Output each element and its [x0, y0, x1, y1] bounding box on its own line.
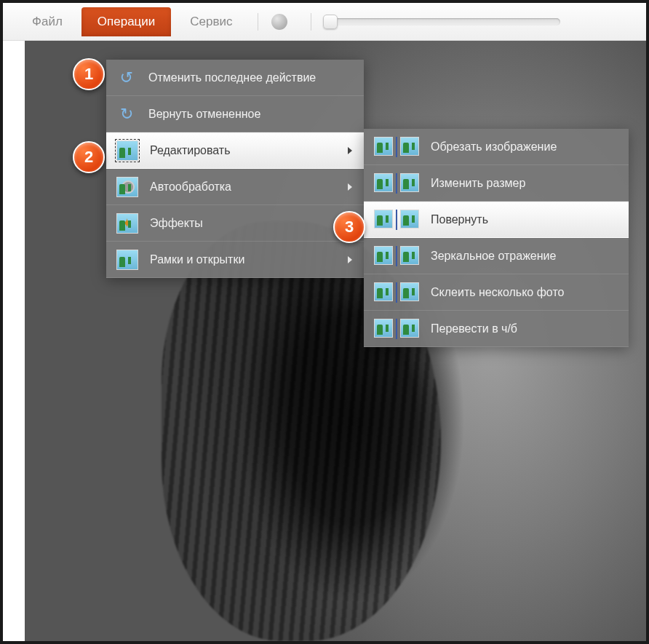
- menu-label: Зеркальное отражение: [431, 250, 556, 263]
- menu-label: Перевести в ч/б: [431, 322, 517, 335]
- menu-label: Вернуть отмененное: [148, 108, 260, 121]
- menu-edit[interactable]: Редактировать: [106, 132, 364, 169]
- merge-icon: [374, 282, 419, 303]
- submenu-rotate[interactable]: Повернуть: [364, 202, 629, 238]
- menu-undo[interactable]: ↻ Отменить последнее действие: [106, 60, 364, 96]
- app-window: Файл Операции Сервис ↻ Отменить последне…: [3, 3, 646, 641]
- slider-track[interactable]: [327, 18, 560, 25]
- menu-file[interactable]: Файл: [16, 7, 79, 36]
- submenu-resize[interactable]: Изменить размер: [364, 165, 629, 202]
- callout-1: 1: [73, 58, 105, 90]
- menubar: Файл Операции Сервис: [3, 3, 646, 41]
- submenu-merge[interactable]: Склеить несколько фото: [364, 274, 629, 311]
- auto-icon: [116, 177, 138, 197]
- submenu-bw[interactable]: Перевести в ч/б: [364, 311, 629, 347]
- callout-3: 3: [333, 211, 365, 243]
- chevron-right-icon: [348, 147, 352, 154]
- menu-label: Повернуть: [431, 213, 488, 226]
- undo-icon: ↻: [116, 68, 137, 88]
- submenu-mirror[interactable]: Зеркальное отражение: [364, 238, 629, 274]
- globe-icon[interactable]: [271, 14, 287, 30]
- slider-thumb[interactable]: [323, 15, 338, 29]
- menu-label: Отменить последнее действие: [148, 71, 316, 84]
- menu-auto[interactable]: Автообработка: [106, 169, 364, 205]
- submenu-crop[interactable]: Обрезать изображение: [364, 129, 629, 165]
- bw-icon: [374, 319, 419, 339]
- chevron-right-icon: [348, 183, 352, 191]
- crop-icon: [374, 137, 419, 157]
- menu-operations[interactable]: Операции: [81, 7, 172, 36]
- menu-service[interactable]: Сервис: [174, 7, 248, 36]
- menu-frames[interactable]: Рамки и открытки: [106, 242, 364, 278]
- chevron-right-icon: [348, 256, 352, 263]
- separator: [258, 13, 258, 31]
- menu-label: Автообработка: [150, 180, 231, 194]
- menu-label: Склеить несколько фото: [431, 286, 564, 299]
- menu-label: Изменить размер: [431, 177, 525, 190]
- rotate-icon: [374, 210, 419, 230]
- resize-icon: [374, 173, 419, 194]
- edit-icon: [116, 140, 138, 161]
- menu-label: Обрезать изображение: [431, 140, 557, 154]
- menu-label: Рамки и открытки: [150, 253, 244, 266]
- zoom-slider[interactable]: [327, 18, 560, 25]
- frames-icon: [116, 250, 138, 270]
- operations-dropdown: ↻ Отменить последнее действие ↻ Вернуть …: [106, 60, 364, 278]
- menu-label: Эффекты: [150, 217, 203, 230]
- redo-icon: ↻: [116, 104, 137, 124]
- menu-redo[interactable]: ↻ Вернуть отмененное: [106, 96, 364, 132]
- callout-2: 2: [73, 141, 105, 173]
- menu-effects[interactable]: Эффекты: [106, 205, 364, 242]
- menu-label: Редактировать: [150, 144, 231, 157]
- separator: [311, 13, 311, 31]
- edit-submenu: Обрезать изображение Изменить размер Пов…: [364, 129, 629, 347]
- mirror-icon: [374, 246, 419, 266]
- effects-icon: [116, 213, 138, 234]
